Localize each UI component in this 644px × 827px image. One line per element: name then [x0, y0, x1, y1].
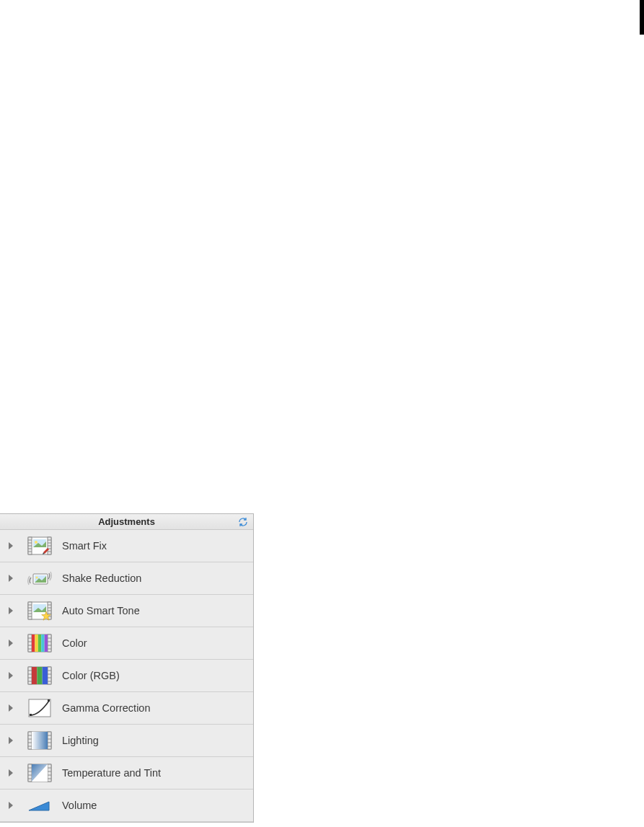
svg-rect-61 [43, 667, 48, 684]
row-gamma-correction[interactable]: Gamma Correction [0, 692, 253, 725]
row-volume[interactable]: Volume [0, 790, 253, 822]
row-auto-smart-tone[interactable]: Auto Smart Tone [0, 595, 253, 627]
color-rgb-icon [22, 665, 58, 686]
panel-title: Adjustments [98, 516, 155, 527]
sync-icon[interactable] [237, 516, 249, 528]
svg-rect-63 [30, 714, 32, 716]
panel-separator [0, 822, 253, 823]
row-color-rgb[interactable]: Color (RGB) [0, 660, 253, 692]
disclosure-icon [0, 769, 22, 777]
svg-rect-43 [32, 634, 35, 652]
disclosure-icon [0, 672, 22, 679]
svg-point-17 [35, 576, 38, 578]
disclosure-icon [0, 640, 22, 647]
gamma-correction-icon [22, 697, 58, 719]
svg-rect-44 [35, 634, 38, 652]
row-shake-reduction[interactable]: Shake Reduction [0, 562, 253, 595]
svg-rect-59 [32, 667, 37, 684]
disclosure-icon [0, 542, 22, 549]
lighting-icon [22, 730, 58, 751]
adjustments-list: Smart Fix Shake Reduction [0, 530, 253, 822]
svg-point-14 [35, 541, 38, 544]
row-label: Shake Reduction [58, 572, 141, 584]
volume-icon [22, 795, 58, 816]
page-right-edge [640, 0, 644, 35]
panel-header: Adjustments [0, 514, 253, 530]
svg-rect-62 [29, 699, 50, 717]
svg-rect-64 [48, 699, 50, 702]
svg-rect-45 [38, 634, 41, 652]
svg-rect-60 [37, 667, 42, 684]
row-label: Temperature and Tint [58, 767, 161, 779]
row-label: Color (RGB) [58, 670, 120, 681]
row-temperature-tint[interactable]: Temperature and Tint [0, 757, 253, 790]
smart-fix-icon [22, 535, 58, 557]
disclosure-icon [0, 737, 22, 744]
color-icon [22, 632, 58, 654]
row-label: Volume [58, 800, 97, 811]
disclosure-icon [0, 607, 22, 614]
svg-rect-46 [41, 634, 44, 652]
row-label: Auto Smart Tone [58, 605, 140, 616]
auto-smart-tone-icon [22, 600, 58, 622]
row-smart-fix[interactable]: Smart Fix [0, 530, 253, 562]
row-label: Color [58, 637, 87, 649]
adjustments-panel: Adjustments [0, 513, 254, 823]
svg-rect-76 [32, 732, 48, 749]
row-color[interactable]: Color [0, 627, 253, 660]
row-label: Gamma Correction [58, 702, 150, 714]
disclosure-icon [0, 575, 22, 582]
row-lighting[interactable]: Lighting [0, 725, 253, 757]
disclosure-icon [0, 802, 22, 809]
temperature-tint-icon [22, 762, 58, 784]
svg-rect-47 [45, 634, 48, 652]
shake-reduction-icon [22, 567, 58, 589]
row-label: Lighting [58, 735, 99, 746]
row-label: Smart Fix [58, 540, 107, 552]
disclosure-icon [0, 704, 22, 712]
